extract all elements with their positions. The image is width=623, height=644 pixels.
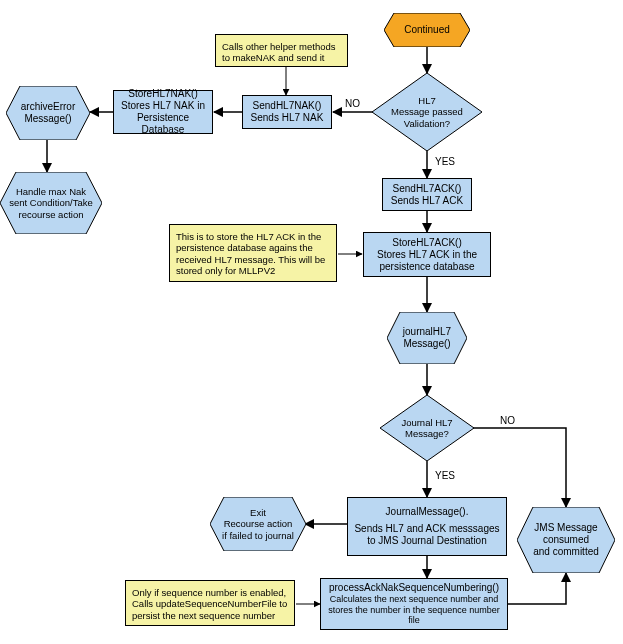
process-line: JournalMessage(). xyxy=(386,506,469,518)
edge-label-no: NO xyxy=(345,98,360,109)
process-line: Sends HL7 ACK xyxy=(391,195,463,207)
preparation-jms-committed: JMS Message consumed and committed xyxy=(517,507,615,573)
terminator-label: Continued xyxy=(384,13,470,47)
edge-label-no: NO xyxy=(500,415,515,426)
process-seq-numbering: processAckNakSequenceNumbering() Calcula… xyxy=(320,578,508,630)
preparation-max-nak: Handle max Nak sent Condition/Take recou… xyxy=(0,172,102,234)
process-line: processAckNakSequenceNumbering() xyxy=(329,582,499,594)
process-line: Stores HL7 ACK in the persistence databa… xyxy=(370,249,484,273)
process-send-nak: SendHL7NAK() Sends HL7 NAK xyxy=(242,95,332,129)
process-journal-message: JournalMessage(). Sends HL7 and ACK mess… xyxy=(347,497,507,556)
edge-label-yes: YES xyxy=(435,156,455,167)
preparation-journal-hl7: journalHL7 Message() xyxy=(387,312,467,364)
decision-journal: Journal HL7 Message? xyxy=(380,395,474,461)
note-seq: Only if sequence number is enabled, Call… xyxy=(125,580,295,626)
note-text: Calls other helper methods to makeNAK an… xyxy=(222,41,341,64)
process-line: Sends HL7 and ACK messsages to JMS Journ… xyxy=(354,523,500,547)
process-line: SendHL7ACK() xyxy=(393,183,462,195)
decision-label: Journal HL7 Message? xyxy=(380,395,474,461)
preparation-label: Handle max Nak sent Condition/Take recou… xyxy=(0,172,102,234)
process-line: StoreHL7ACK() xyxy=(392,237,461,249)
decision-label: HL7 Message passed Validation? xyxy=(372,73,482,151)
process-store-nak: StoreHL7NAK() Stores HL7 NAK in Persiste… xyxy=(113,90,213,134)
note-text: This is to store the HL7 ACK in the pers… xyxy=(176,231,330,277)
decision-hl7-validation: HL7 Message passed Validation? xyxy=(372,73,482,151)
preparation-label: Exit Recourse action if failed to journa… xyxy=(210,497,306,551)
process-line: Calculates the next sequence number and … xyxy=(327,594,501,626)
preparation-exit: Exit Recourse action if failed to journa… xyxy=(210,497,306,551)
process-line: StoreHL7NAK() xyxy=(128,88,197,100)
terminator-continued: Continued xyxy=(384,13,470,47)
process-line: SendHL7NAK() xyxy=(253,100,322,112)
process-store-ack: StoreHL7ACK() Stores HL7 ACK in the pers… xyxy=(363,232,491,277)
preparation-archive-error: archiveError Message() xyxy=(6,86,90,140)
note-helpers: Calls other helper methods to makeNAK an… xyxy=(215,34,348,67)
preparation-label: journalHL7 Message() xyxy=(387,312,467,364)
preparation-label: archiveError Message() xyxy=(6,86,90,140)
edge-label-yes: YES xyxy=(435,470,455,481)
process-line: Stores HL7 NAK in Persistence Database xyxy=(120,100,206,136)
process-send-ack: SendHL7ACK() Sends HL7 ACK xyxy=(382,178,472,211)
process-line: Sends HL7 NAK xyxy=(251,112,324,124)
preparation-label: JMS Message consumed and committed xyxy=(517,507,615,573)
note-text: Only if sequence number is enabled, Call… xyxy=(132,587,288,621)
note-store-ack: This is to store the HL7 ACK in the pers… xyxy=(169,224,337,282)
